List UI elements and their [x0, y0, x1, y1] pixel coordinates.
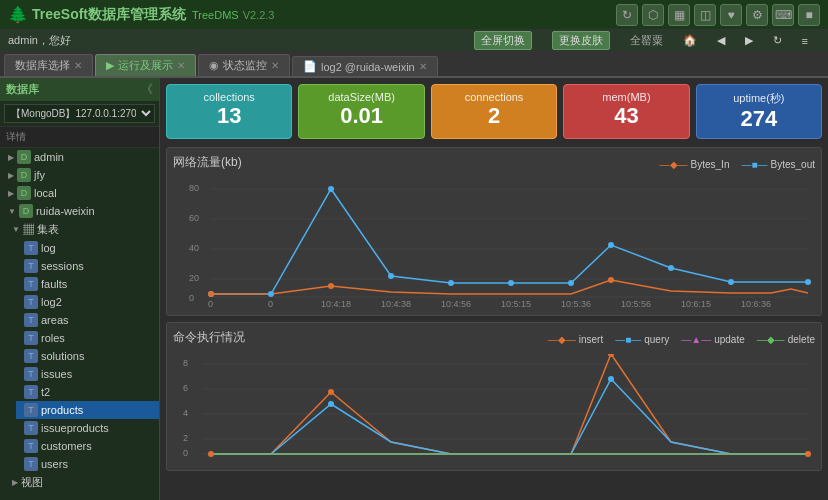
y-label-8: 8: [183, 358, 188, 368]
sidebar-item-users[interactable]: T users: [16, 455, 159, 473]
legend-bytes-out-label: Bytes_out: [771, 159, 815, 170]
legend-bytes-in-label: Bytes_In: [691, 159, 730, 170]
legend-bytes-in: —◆— Bytes_In: [660, 159, 730, 170]
tree-icon: 🌲: [8, 5, 28, 24]
sidebar-item-areas[interactable]: T areas: [16, 311, 159, 329]
sidebar-item-log[interactable]: T log: [16, 239, 159, 257]
table-icon: T: [24, 403, 38, 417]
sidebar-item-jfy[interactable]: ▶ D jfy: [0, 166, 159, 184]
command-chart: 命令执行情况 —◆— insert —■— query —▲— update: [166, 322, 822, 471]
chart-dot: [568, 280, 574, 286]
sidebar: 数据库 《 【MongoDB】127.0.0.1:270 详情 ▶ D admi…: [0, 78, 160, 500]
table-name-label: sessions: [41, 260, 84, 272]
stat-uptime-label: uptime(秒): [707, 91, 811, 106]
table-name-label: customers: [41, 440, 92, 452]
x-label: 10:5:36: [561, 299, 591, 309]
icon8[interactable]: ■: [798, 4, 820, 26]
stat-uptime-value: 274: [707, 106, 811, 132]
chart-dot: [268, 291, 274, 297]
version-label: V2.2.3: [243, 9, 275, 21]
table-name-label: products: [41, 404, 83, 416]
sidebar-tables-header[interactable]: ▼ ▦ 集表: [8, 220, 159, 239]
sidebar-item-ruida-weixin[interactable]: ▼ D ruida-weixin: [0, 202, 159, 220]
fullscreen-btn[interactable]: 全屏切换: [474, 31, 532, 50]
x-label: 10:6:36: [741, 299, 771, 309]
icon5[interactable]: ♥: [720, 4, 742, 26]
tab-log2[interactable]: 📄 log2 @ruida-weixin ✕: [292, 56, 438, 76]
sidebar-item-faults[interactable]: T faults: [16, 275, 159, 293]
sidebar-item-roles[interactable]: T roles: [16, 329, 159, 347]
table-icon: T: [24, 295, 38, 309]
tab-log2-icon: 📄: [303, 60, 317, 73]
sidebar-views-header[interactable]: ▶ 视图: [8, 473, 159, 492]
sidebar-item-t2[interactable]: T t2: [16, 383, 159, 401]
sidebar-item-sessions[interactable]: T sessions: [16, 257, 159, 275]
db-name-label: ruida-weixin: [36, 205, 95, 217]
tab-log2-close[interactable]: ✕: [419, 61, 427, 72]
db-icon: D: [19, 204, 33, 218]
settings-icon[interactable]: ⚙: [746, 4, 768, 26]
product-name: TreeDMS: [192, 9, 239, 21]
nav-back-icon[interactable]: ◀: [717, 34, 725, 47]
sidebar-collapse-btn[interactable]: 《: [141, 81, 153, 98]
toolbar: ↻ ⬡ ▦ ◫ ♥ ⚙ ⌨ ■: [616, 4, 820, 26]
x-label: 10:4:18: [321, 299, 351, 309]
legend-insert: —◆— insert: [548, 334, 603, 345]
table-icon: T: [24, 331, 38, 345]
db-name-label: local: [34, 187, 57, 199]
refresh-icon[interactable]: ↻: [616, 4, 638, 26]
network-chart-svg: 80 60 40 20 0: [173, 179, 813, 309]
sidebar-item-local[interactable]: ▶ D local: [0, 184, 159, 202]
legend-bytes-out: —■— Bytes_out: [741, 159, 815, 170]
sidebar-title: 数据库: [6, 82, 39, 97]
db-selector[interactable]: 【MongoDB】127.0.0.1:270: [0, 101, 159, 127]
tab-status[interactable]: ◉ 状态监控 ✕: [198, 54, 290, 76]
sidebar-item-issues[interactable]: T issues: [16, 365, 159, 383]
menu-icon[interactable]: ≡: [802, 35, 808, 47]
stat-datasize-value: 0.01: [309, 103, 413, 129]
y-label-40: 40: [189, 243, 199, 253]
sidebar-item-customers[interactable]: T customers: [16, 437, 159, 455]
legend-query: —■— query: [615, 334, 669, 345]
icon3[interactable]: ▦: [668, 4, 690, 26]
sidebar-item-log2[interactable]: T log2: [16, 293, 159, 311]
tab-status-close[interactable]: ✕: [271, 60, 279, 71]
tab-db-label: 数据库选择: [15, 58, 70, 73]
table-name-label: log: [41, 242, 56, 254]
nav-refresh-icon[interactable]: ↻: [773, 34, 782, 47]
content-area: collections 13 dataSize(MB) 0.01 connect…: [160, 78, 828, 500]
stat-connections: connections 2: [431, 84, 557, 139]
tab-run[interactable]: ▶ 运行及展示 ✕: [95, 54, 196, 76]
sidebar-item-issueproducts[interactable]: T issueproducts: [16, 419, 159, 437]
chart1-legend: —◆— Bytes_In —■— Bytes_out: [660, 159, 815, 170]
section-detail: 详情: [0, 127, 159, 148]
sidebar-item-admin[interactable]: ▶ D admin: [0, 148, 159, 166]
sidebar-item-products[interactable]: T products: [16, 401, 159, 419]
tab-run-close[interactable]: ✕: [177, 60, 185, 71]
table-name-label: roles: [41, 332, 65, 344]
home-icon[interactable]: 🏠: [683, 34, 697, 47]
icon2[interactable]: ⬡: [642, 4, 664, 26]
stat-datasize: dataSize(MB) 0.01: [298, 84, 424, 139]
skin-btn[interactable]: 更换皮肤: [552, 31, 610, 50]
db-select-input[interactable]: 【MongoDB】127.0.0.1:270: [4, 104, 155, 123]
keyboard-icon[interactable]: ⌨: [772, 4, 794, 26]
chart-dot: [608, 376, 614, 382]
sidebar-item-solutions[interactable]: T solutions: [16, 347, 159, 365]
y-label-20: 20: [189, 273, 199, 283]
tab-db-select[interactable]: 数据库选择 ✕: [4, 54, 93, 76]
table-icon: T: [24, 367, 38, 381]
table-name-label: log2: [41, 296, 62, 308]
y-label-4: 4: [183, 408, 188, 418]
chart-dot: [805, 279, 811, 285]
table-icon: T: [24, 313, 38, 327]
chart2-header: 命令执行情况 —◆— insert —■— query —▲— update: [173, 329, 815, 350]
y-label-2: 2: [183, 433, 188, 443]
nav-forward-icon[interactable]: ▶: [745, 34, 753, 47]
user-greeting: admin，您好: [8, 33, 71, 48]
chart-dot: [668, 265, 674, 271]
main-layout: 数据库 《 【MongoDB】127.0.0.1:270 详情 ▶ D admi…: [0, 78, 828, 500]
icon4[interactable]: ◫: [694, 4, 716, 26]
tab-status-label: 状态监控: [223, 58, 267, 73]
stat-uptime: uptime(秒) 274: [696, 84, 822, 139]
